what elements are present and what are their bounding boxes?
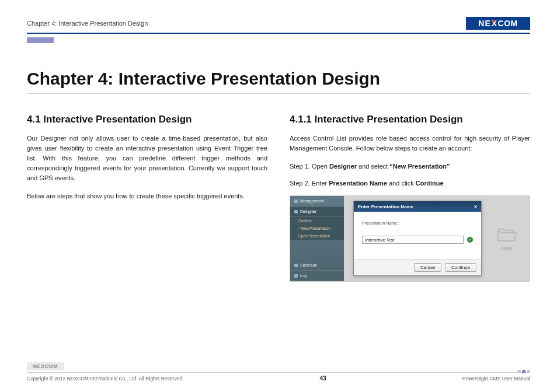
step-1: Step 1. Open Designer and select “New Pr… xyxy=(290,162,530,172)
shot-right-panel: Open xyxy=(484,196,530,281)
footer-copyright: Copyright © 2012 NEXCOM International Co… xyxy=(27,376,183,382)
sidebar-subitem-open-presentation[interactable]: Open Presentation xyxy=(290,232,344,240)
logo-part-ne: NE xyxy=(478,19,490,28)
schedule-icon xyxy=(294,264,298,267)
step-1-mid: and select xyxy=(357,163,389,170)
section-4-1-heading: 4.1 Interactive Presentation Design xyxy=(27,114,267,125)
chapter-title: Chapter 4: Interactive Presentation Desi… xyxy=(27,69,530,89)
dialog-enter-presentation-name: Enter Presentation Name x Presentation N… xyxy=(353,201,482,276)
title-rule xyxy=(27,93,530,94)
logo-part-com: COM xyxy=(498,19,518,28)
step-2-bold-name: Presentation Name xyxy=(329,180,387,187)
section-4-1-1-heading: 4.1.1 Interactive Presentation Design xyxy=(290,114,530,125)
log-icon xyxy=(294,274,298,278)
presentation-name-input[interactable]: Interactive Test xyxy=(362,236,464,244)
section-4-1-1-intro: Access Control List provides role based … xyxy=(290,134,530,153)
open-label: Open xyxy=(501,246,513,251)
management-icon xyxy=(294,200,298,203)
step-2: Step 2. Enter Presentation Name and clic… xyxy=(290,178,530,188)
step-2-pre: Step 2. Enter xyxy=(290,180,329,187)
sidebar-item-management[interactable]: Management xyxy=(290,196,344,206)
presentation-name-label: Presentation Name : xyxy=(362,221,399,225)
logo-part-x: X xyxy=(491,19,498,28)
check-icon: ✓ xyxy=(467,237,473,243)
step-1-pre: Step 1. Open xyxy=(290,163,329,170)
step-2-mid: and click xyxy=(387,180,416,187)
header-rule xyxy=(27,33,530,34)
sidebar-label-log: Log xyxy=(300,274,307,278)
sidebar-item-schedule[interactable]: Schedule xyxy=(290,260,344,271)
footer-decor-squares xyxy=(517,370,530,373)
accent-tab xyxy=(27,37,54,43)
designer-icon xyxy=(294,210,298,214)
sidebar-label-schedule: Schedule xyxy=(300,263,317,267)
sidebar-item-log[interactable]: Log xyxy=(290,271,344,281)
footer-manual-name: PowerDigiS CMS User Manual xyxy=(462,376,530,382)
page-number: 43 xyxy=(320,375,326,382)
header-breadcrumb: Chapter 4: Interactive Presentation Desi… xyxy=(27,20,148,27)
sidebar-subitem-new-presentation[interactable]: › New Presentation xyxy=(290,225,344,232)
sidebar-label-management: Management xyxy=(300,199,324,203)
dialog-title-text: Enter Presentation Name xyxy=(358,204,413,209)
close-icon[interactable]: x xyxy=(474,204,477,209)
step-2-bold-continue: Continue xyxy=(416,180,444,187)
section-4-1-p1: Our Designer not only allows user to cre… xyxy=(27,134,267,183)
step-1-bold-designer: Designer xyxy=(329,163,357,170)
continue-button[interactable]: Continue xyxy=(445,263,476,272)
footer-rule xyxy=(27,372,530,373)
sidebar-item-designer[interactable]: Designer xyxy=(290,206,344,217)
footer-logo: NEXCOM xyxy=(27,362,64,370)
brand-logo: NEXCOM xyxy=(466,17,530,30)
right-column: 4.1.1 Interactive Presentation Design Ac… xyxy=(290,114,530,282)
left-column: 4.1 Interactive Presentation Design Our … xyxy=(27,114,267,282)
page-footer: NEXCOM Copyright © 2012 NEXCOM Internati… xyxy=(27,362,530,382)
sidebar-label-designer: Designer xyxy=(300,209,316,214)
step-1-bold-newpres: “New Presentation” xyxy=(389,163,450,170)
sidebar-subitem-content[interactable]: Content xyxy=(290,217,344,225)
embedded-screenshot: Management Designer Content › New Presen… xyxy=(290,195,530,282)
section-4-1-p2: Below are steps that show you how to cre… xyxy=(27,191,267,201)
cancel-button[interactable]: Cancel xyxy=(414,263,441,272)
shot-sidebar: Management Designer Content › New Presen… xyxy=(290,196,344,281)
shot-canvas: Enter Presentation Name x Presentation N… xyxy=(344,196,484,281)
open-folder-icon xyxy=(497,227,517,242)
